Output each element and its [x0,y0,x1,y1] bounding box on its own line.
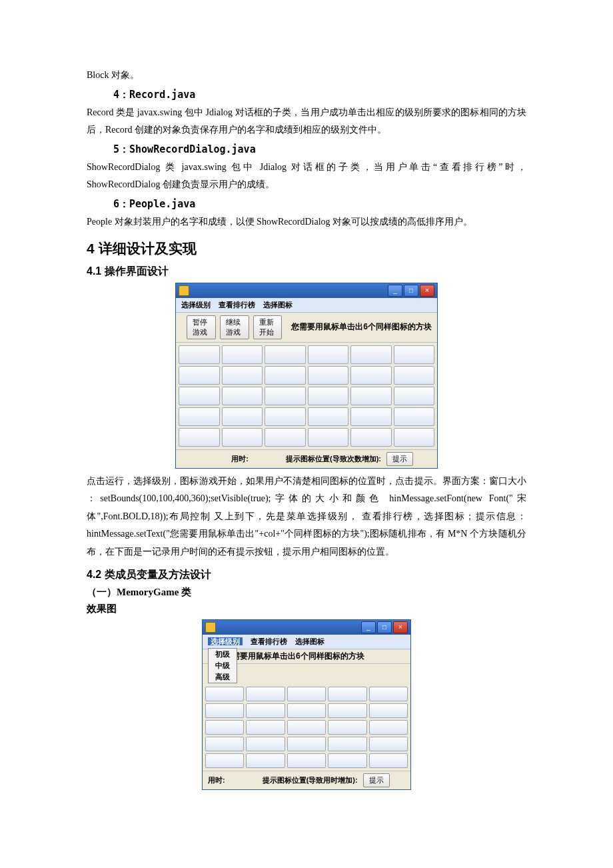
grid-cell[interactable] [328,703,366,718]
hint-button[interactable]: 提示 [363,773,390,787]
grid-cell[interactable] [369,753,408,768]
grid-cell[interactable] [179,407,220,426]
menu-select-icon[interactable]: 选择图标 [295,637,324,647]
grid-cell[interactable] [222,387,263,405]
grid-cell[interactable] [287,737,326,751]
grid-cell[interactable] [308,407,349,426]
grid-cell[interactable] [287,753,326,768]
grid-cell[interactable] [246,687,285,701]
grid-cell[interactable] [394,387,435,405]
game-grid-area [176,343,437,449]
grid-cell[interactable] [394,428,435,447]
grid-cell[interactable] [394,345,435,364]
heading-people-java: 6：People.java [113,198,526,211]
status-bar: 用时: 提示图标位置(导致次数增加): 提示 [176,449,437,468]
grid-cell[interactable] [222,428,263,447]
grid-cell[interactable] [287,687,326,701]
document-page: Block 对象。 4：Record.java Record 类是 javax.… [0,0,613,834]
grid-cell[interactable] [394,366,435,385]
minimize-button[interactable]: _ [388,285,402,297]
paragraph-showrecorddialog: ShowRecordDialog 类 javax.swing 包中 Jdialo… [87,159,526,194]
figure-ui-window-1: _ □ × 选择级别 查看排行榜 选择图标 暂停游戏 继续游戏 重新开始 您需要… [87,283,526,469]
heading-record-java: 4：Record.java [113,89,526,101]
grid-cell[interactable] [179,345,220,364]
grid-cell[interactable] [308,366,349,385]
grid-cell[interactable] [287,720,326,735]
grid-cell[interactable] [222,345,263,364]
grid-cell[interactable] [328,720,366,735]
maximize-button[interactable]: □ [404,285,418,297]
grid-cell[interactable] [308,428,349,447]
grid-cell[interactable] [308,345,349,364]
level-option-beginner[interactable]: 初级 [209,649,237,660]
grid-cell[interactable] [246,703,285,718]
grid-cell[interactable] [246,753,285,768]
time-label: 用时: [208,775,225,785]
grid-cell[interactable] [328,737,366,751]
paragraph-record: Record 类是 javax.swing 包中 Jdialog 对话框的子类，… [87,104,526,139]
swing-window-1: _ □ × 选择级别 查看排行榜 选择图标 暂停游戏 继续游戏 重新开始 您需要… [175,283,438,469]
grid-cell[interactable] [265,366,306,385]
grid-cell[interactable] [369,703,408,718]
grid-cell[interactable] [350,345,392,364]
menu-view-leaderboard[interactable]: 查看排行榜 [251,637,287,647]
grid-cell[interactable] [350,407,392,426]
heading-section-4-2: 4.2 类成员变量及方法设计 [87,568,526,582]
grid-cell[interactable] [265,387,306,405]
grid-cell[interactable] [350,428,392,447]
restart-button[interactable]: 重新开始 [253,315,283,339]
grid-cell[interactable] [369,720,408,735]
menu-view-leaderboard[interactable]: 查看排行榜 [219,300,255,310]
grid-cell[interactable] [179,428,220,447]
maximize-button[interactable]: □ [377,621,392,633]
grid-cell[interactable] [265,428,306,447]
level-option-advanced[interactable]: 高级 [209,671,237,683]
grid-cell[interactable] [205,753,244,768]
continue-button[interactable]: 继续游戏 [220,315,249,339]
grid-cell[interactable] [205,703,244,718]
grid-cell[interactable] [308,387,349,405]
heading-section-4-1: 4.1 操作界面设计 [87,265,526,279]
grid-cell[interactable] [205,687,244,701]
grid-cell[interactable] [222,366,263,385]
grid-cell[interactable] [179,366,220,385]
hint-message: 您需要用鼠标单击出6个同样图标的方块 [291,321,432,333]
grid-cell[interactable] [179,387,220,405]
grid-cell[interactable] [394,407,435,426]
menu-bar: 选择级别 初级 中级 高级 查看排行榜 选择图标 [203,635,410,649]
grid-cell[interactable] [246,720,285,735]
close-button[interactable]: × [393,621,408,633]
menu-select-icon[interactable]: 选择图标 [263,300,293,310]
pause-button[interactable]: 暂停游戏 [187,315,216,339]
grid-cell[interactable] [369,687,408,701]
menu-select-level[interactable]: 选择级别 [208,637,243,645]
app-icon [205,622,216,633]
grid-cell[interactable] [328,753,366,768]
grid-cell[interactable] [246,737,285,751]
grid-cell[interactable] [369,737,408,751]
titlebar[interactable]: _ □ × [203,620,410,635]
hint-position-label: 提示图标位置(导致用时增加): [263,775,358,785]
hint-message: 需要用鼠标单击出6个同样图标的方块 [232,651,408,662]
toolbar: 暂停游戏 继续游戏 重新开始 您需要用鼠标单击出6个同样图标的方块 [176,313,437,343]
grid-cell[interactable] [205,737,244,751]
grid-cell[interactable] [328,687,366,701]
grid-cell[interactable] [222,407,263,426]
level-option-intermediate[interactable]: 中级 [209,660,237,671]
level-dropdown: 初级 中级 高级 [208,648,237,683]
titlebar[interactable]: _ □ × [176,283,437,298]
hint-button[interactable]: 提示 [386,452,413,466]
grid-cell[interactable] [287,703,326,718]
heading-showrecorddialog-java: 5：ShowRecordDialog.java [113,143,526,156]
grid-cell[interactable] [265,345,306,364]
minimize-button[interactable]: _ [361,621,376,633]
close-button[interactable]: × [420,285,434,297]
game-grid [205,687,408,768]
menu-select-level[interactable]: 选择级别 [181,300,211,310]
grid-cell[interactable] [350,387,392,405]
grid-cell[interactable] [205,720,244,735]
paragraph-people: People 对象封装用户的名字和成绩，以便 ShowRecordDialog … [87,213,526,231]
heading-memorygame-class: （一）MemoryGame 类 [87,586,526,599]
grid-cell[interactable] [265,407,306,426]
grid-cell[interactable] [350,366,392,385]
